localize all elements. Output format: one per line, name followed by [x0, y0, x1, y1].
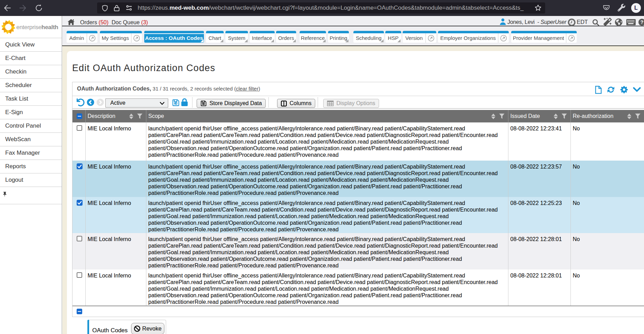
svg-text:?: ? [641, 19, 644, 25]
